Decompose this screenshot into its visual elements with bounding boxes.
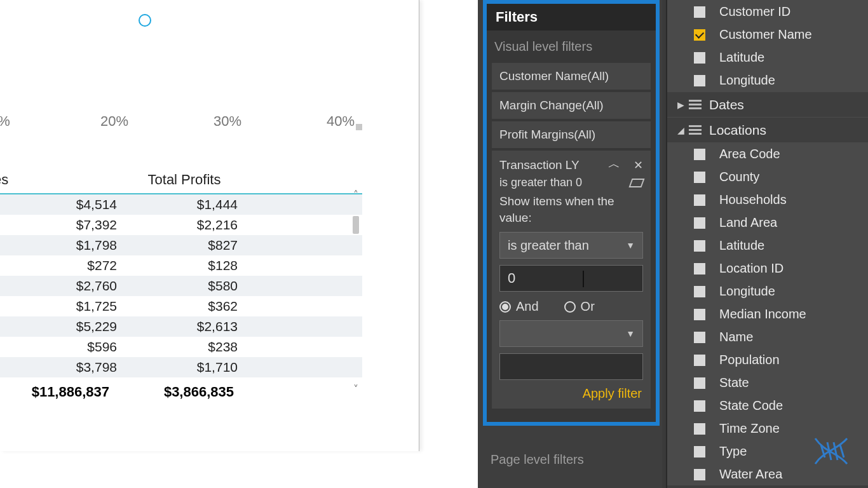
table-row[interactable]: $3,798$1,710 — [0, 357, 362, 377]
col-header[interactable] — [19, 172, 121, 188]
clear-filter-icon[interactable] — [628, 179, 644, 187]
col-header[interactable]: Total Profits — [121, 172, 248, 188]
cell: $1,725 — [17, 299, 125, 314]
field-longitude[interactable]: Longitude — [667, 280, 868, 302]
field-label: Area Code — [719, 147, 780, 161]
cell: $3,798 — [17, 360, 125, 375]
table-row[interactable]: $1,798$827 — [0, 235, 362, 255]
table-row[interactable]: $4,514$1,444 — [0, 194, 362, 215]
field-label: Population — [719, 353, 780, 367]
field-label: State Code — [719, 398, 783, 413]
canvas-inner: % 20% 30% 40% es Total Profits $4,514$1,… — [0, 0, 419, 451]
filter-card-customer-name[interactable]: Customer Name(All) — [492, 63, 651, 90]
checkbox-icon[interactable] — [694, 75, 705, 86]
expand-icon[interactable]: ▶ — [676, 100, 685, 110]
filter-card-profit-margins[interactable]: Profit Margins(All) — [492, 121, 651, 148]
scatter-point[interactable] — [139, 14, 151, 27]
scatter-chart[interactable]: % 20% 30% 40% — [0, 0, 362, 146]
dropdown-icon: ▼ — [626, 240, 635, 250]
operator-selected: is greater than — [508, 238, 589, 253]
table-locations[interactable]: ◢Locations — [667, 117, 868, 142]
field-households[interactable]: Households — [667, 188, 868, 211]
value-input-2[interactable] — [499, 353, 643, 380]
checkbox-icon[interactable] — [694, 6, 705, 18]
field-latitude[interactable]: Latitude — [667, 234, 868, 257]
checkbox-icon[interactable] — [694, 423, 705, 435]
x-tick: 40% — [327, 113, 355, 130]
checkbox-icon[interactable] — [694, 286, 705, 297]
radio-and[interactable]: And — [499, 299, 539, 314]
table-row[interactable]: $272$128 — [0, 255, 362, 276]
expand-icon[interactable]: ◢ — [676, 125, 685, 135]
resize-handle[interactable] — [356, 124, 362, 130]
filter-card-label: Margin Change(All) — [499, 98, 604, 112]
field-land-area[interactable]: Land Area — [667, 211, 868, 234]
collapse-icon[interactable]: ︿ — [608, 156, 620, 172]
checkbox-icon[interactable] — [694, 332, 705, 343]
table-row[interactable]: $2,760$580 — [0, 276, 362, 296]
table-row[interactable]: $5,229$2,613 — [0, 316, 362, 337]
field-name[interactable]: Name — [667, 325, 868, 348]
field-state[interactable]: State — [667, 371, 868, 394]
table-dates[interactable]: ▶Dates — [667, 92, 868, 117]
col-header[interactable]: es — [0, 172, 19, 188]
scroll-thumb[interactable] — [353, 216, 359, 234]
checkbox-icon[interactable] — [694, 240, 705, 252]
close-icon[interactable]: ✕ — [634, 159, 643, 172]
field-label: State — [719, 376, 749, 390]
checkbox-icon[interactable] — [694, 446, 705, 458]
data-table[interactable]: es Total Profits $4,514$1,444$7,392$2,21… — [0, 172, 362, 400]
value-input-1[interactable]: 0 — [499, 265, 643, 292]
total-cell: $3,866,835 — [121, 384, 241, 400]
operator-select-2[interactable]: ▼ — [499, 320, 643, 347]
field-water-area[interactable]: Water Area — [667, 463, 868, 485]
filter-card-margin-change[interactable]: Margin Change(All) — [492, 92, 651, 119]
page-level-filters-label: Page level filters — [483, 445, 657, 475]
checkbox-icon[interactable] — [694, 469, 705, 480]
checkbox-icon[interactable] — [694, 355, 705, 366]
field-location-id[interactable]: Location ID — [667, 257, 868, 280]
table-row[interactable]: $7,392$2,216 — [0, 215, 362, 235]
table-row[interactable]: $1,725$362 — [0, 296, 362, 316]
field-state-code[interactable]: State Code — [667, 394, 868, 417]
field-longitude[interactable]: Longitude — [667, 69, 868, 92]
checkbox-icon[interactable] — [694, 217, 705, 229]
field-median-income[interactable]: Median Income — [667, 302, 868, 325]
field-area-code[interactable]: Area Code — [667, 142, 868, 165]
field-county[interactable]: County — [667, 165, 868, 188]
checkbox-icon[interactable] — [694, 309, 705, 320]
field-label: Latitude — [719, 238, 764, 253]
radio-icon — [564, 301, 576, 313]
field-label: Land Area — [719, 215, 777, 230]
filter-prompt: Show items when the value: — [492, 189, 651, 226]
table-icon — [689, 100, 702, 110]
checkbox-icon[interactable] — [694, 149, 705, 160]
checkbox-icon[interactable] — [694, 400, 705, 412]
field-latitude[interactable]: Latitude — [667, 46, 868, 69]
checkbox-icon[interactable] — [694, 29, 705, 41]
text-caret — [583, 271, 584, 287]
field-time-zone[interactable]: Time Zone — [667, 417, 868, 440]
scroll-down-icon[interactable]: ˅ — [351, 385, 361, 394]
cell: $7,392 — [17, 217, 125, 233]
checkbox-icon[interactable] — [694, 263, 705, 274]
field-customer-name[interactable]: Customer Name — [667, 23, 868, 46]
dropdown-icon: ▼ — [626, 329, 635, 339]
checkbox-icon[interactable] — [694, 377, 705, 389]
operator-select[interactable]: is greater than ▼ — [499, 232, 643, 259]
radio-or[interactable]: Or — [564, 299, 595, 314]
checkbox-icon[interactable] — [694, 194, 705, 206]
filter-card-transaction-ly[interactable]: Transaction LY ︿ ✕ is greater than 0 Sho… — [492, 151, 651, 409]
field-customer-id[interactable]: Customer ID — [667, 0, 868, 23]
field-label: Location ID — [719, 261, 783, 276]
checkbox-icon[interactable] — [694, 172, 705, 183]
filters-pane: Filters Visual level filters Customer Na… — [478, 0, 662, 488]
field-population[interactable]: Population — [667, 348, 868, 371]
scroll-up-icon[interactable]: ˄ — [351, 191, 361, 200]
table-scrollbar[interactable]: ˄ ˅ — [351, 191, 361, 394]
field-type[interactable]: Type — [667, 440, 868, 463]
checkbox-icon[interactable] — [694, 52, 705, 64]
field-label: Longitude — [719, 73, 775, 88]
table-row[interactable]: $596$238 — [0, 337, 362, 357]
apply-filter-link[interactable]: Apply filter — [492, 380, 651, 407]
